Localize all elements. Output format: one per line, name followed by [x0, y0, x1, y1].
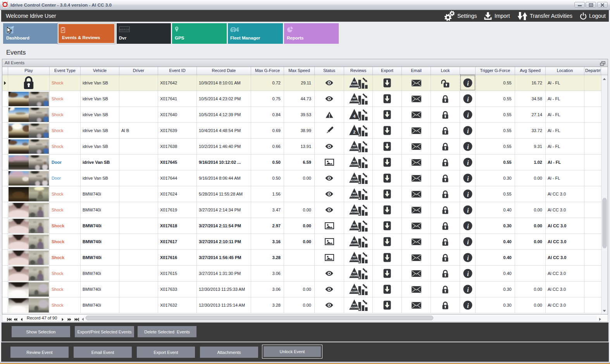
svg-text:NO: NO [352, 303, 356, 306]
svg-text:NO: NO [352, 144, 356, 147]
svg-text:i: i [467, 239, 469, 246]
svg-text:SCORE: SCORE [350, 243, 358, 245]
svg-text:i: i [467, 112, 469, 118]
svg-text:NO: NO [352, 287, 356, 290]
svg-text:NO: NO [352, 192, 356, 194]
svg-text:MERGE: MERGE [119, 28, 130, 31]
svg-text:i: i [467, 191, 469, 198]
svg-text:SCORE: SCORE [350, 195, 358, 197]
svg-text:i: i [467, 207, 469, 214]
svg-text:i: i [467, 96, 469, 103]
svg-text:NO: NO [352, 81, 356, 83]
svg-text:SCORE: SCORE [350, 275, 358, 277]
svg-text:i: i [467, 144, 469, 150]
svg-text:NO: NO [352, 240, 356, 242]
svg-text:SCORE: SCORE [350, 306, 358, 309]
svg-text:SCORE: SCORE [350, 179, 358, 182]
svg-text:i: i [467, 175, 469, 182]
svg-text:SCORE: SCORE [350, 259, 358, 261]
svg-text:SCORE: SCORE [350, 290, 358, 293]
svg-text:i: i [467, 80, 469, 87]
svg-text:i: i [467, 302, 469, 309]
svg-text:SCORE: SCORE [350, 148, 358, 150]
svg-text:NO: NO [352, 97, 356, 99]
svg-text:SCORE: SCORE [350, 211, 358, 213]
svg-text:i: i [467, 223, 469, 230]
svg-text:NO: NO [352, 256, 356, 258]
svg-text:NO: NO [352, 160, 356, 163]
svg-text:i: i [467, 287, 469, 293]
svg-text:i: i [467, 160, 469, 166]
svg-text:SCORE: SCORE [350, 100, 358, 102]
svg-text:NO: NO [352, 271, 356, 274]
svg-text:i: i [467, 128, 469, 134]
svg-text:SCORE: SCORE [350, 227, 358, 229]
svg-text:4: 4 [353, 114, 356, 118]
svg-text:SCORE: SCORE [350, 163, 358, 166]
svg-text:NO: NO [352, 176, 356, 179]
svg-text:2: 2 [353, 130, 355, 134]
svg-text:i: i [467, 255, 469, 261]
svg-text:i: i [467, 271, 469, 277]
svg-text:NO: NO [352, 224, 356, 226]
svg-text:NO: NO [352, 208, 356, 210]
svg-text:SCORE: SCORE [350, 84, 358, 86]
